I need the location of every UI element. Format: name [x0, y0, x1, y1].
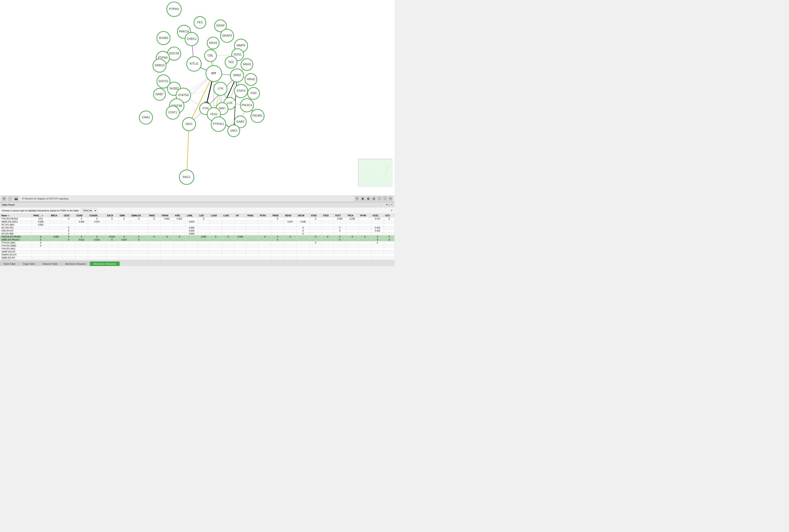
col-skcm[interactable]: SKCM: [297, 214, 309, 217]
table-row[interactable]: FYN (FI) VAV1: [0, 247, 394, 250]
row-cell-pcpg: [259, 232, 271, 235]
table-row[interactable]: KIT (FI) VAV10.002: [0, 223, 394, 226]
row-cell-lusc: [222, 221, 234, 223]
tab-edge-table[interactable]: Edge Table: [19, 262, 39, 266]
checkbox2-button[interactable]: ☐: [382, 196, 387, 201]
cancer-select[interactable]: PANCAN BRCA LUAD: [81, 209, 97, 212]
select2-button[interactable]: ▦: [366, 196, 371, 201]
row-cell-read: 0.537: [284, 221, 297, 223]
tab-node-table[interactable]: Node Table: [0, 262, 19, 266]
row-cell-pcpg: [259, 221, 271, 223]
row-cell-tgct: [334, 232, 346, 235]
row-cell-read: [284, 232, 297, 235]
svg-text:GRB7: GRB7: [155, 92, 164, 96]
svg-text:GAB2: GAB2: [236, 120, 244, 123]
col-thym[interactable]: THYM: [359, 214, 371, 217]
row-cell-hnsc: [148, 256, 160, 259]
col-read[interactable]: READ: [284, 214, 297, 217]
table-row[interactable]: FYN (FI) PIK3CA0.0100000000.0010.0210000…: [0, 217, 394, 221]
row-cell-gbmlgg: [130, 232, 148, 235]
settings-button[interactable]: ⚙: [388, 196, 393, 201]
svg-point-129: [390, 167, 390, 167]
row-cell-stes: [322, 247, 334, 250]
col-name[interactable]: Name ▾: [0, 214, 32, 217]
row-cell-brca: [50, 232, 62, 235]
row-cell-gbmlgg: [130, 256, 148, 259]
close-panel-icon[interactable]: ✕: [391, 203, 393, 206]
col-lgg[interactable]: LGG: [198, 214, 209, 217]
row-cell-pcpg: [259, 250, 271, 253]
row-cell-kipan: [160, 250, 174, 253]
row-cell-lgg: [198, 253, 209, 256]
col-brca[interactable]: BRCA: [50, 214, 62, 217]
select1-button[interactable]: ▣: [360, 196, 365, 201]
col-thca[interactable]: THCA: [346, 214, 358, 217]
table-row[interactable]: GRB2 (FI) PIK3CA000.0120.01500.03700000: [0, 239, 394, 241]
col-laml[interactable]: LAML: [185, 214, 198, 217]
restore-icon[interactable]: □: [389, 204, 390, 206]
col-stad[interactable]: STAD: [309, 214, 322, 217]
row-cell-cesc: 0: [62, 217, 75, 221]
col-paad[interactable]: PAAD: [246, 214, 258, 217]
col-stes[interactable]: STES: [322, 214, 334, 217]
tab-network-table[interactable]: Network Table: [39, 262, 61, 266]
table-row[interactable]: FYN (FI) GRB20: [0, 244, 394, 247]
table-row[interactable]: KIT (FI) TEC00.009000.422: [0, 226, 394, 229]
col-coad[interactable]: COAD: [75, 214, 88, 217]
col-cesc[interactable]: CESC: [62, 214, 75, 217]
col-lusc[interactable]: LUSC: [222, 214, 234, 217]
refresh-button[interactable]: ↺: [8, 196, 13, 201]
cancer-bar: Choose a cancer type to highlight intera…: [0, 207, 394, 214]
col-prad[interactable]: PRAD: [271, 214, 284, 217]
col-luad[interactable]: LUAD: [210, 214, 222, 217]
col-coadr[interactable]: COADR...: [88, 214, 106, 217]
row-cell-stes: [322, 244, 334, 247]
tab-mechismo-interaction[interactable]: Mechismo Interaction: [90, 262, 120, 266]
grid-button[interactable]: ⊞: [2, 196, 6, 201]
row-cell-gbmlgg: [130, 250, 148, 253]
table-row[interactable]: PIK3CA (FI) PIK3R100.0090000.016000000.0…: [0, 235, 394, 239]
camera-button[interactable]: 📷: [14, 196, 18, 201]
table-row[interactable]: GRB2 (FI) KIT: [0, 256, 394, 259]
col-tgct[interactable]: TGCT: [334, 214, 346, 217]
row-name: GRB2 (FI) PIK3CA: [0, 239, 32, 241]
row-cell-thca: [346, 239, 358, 241]
col-kirc[interactable]: KIRC: [174, 214, 185, 217]
dropdown-icon[interactable]: ▾: [387, 203, 388, 206]
col-panc[interactable]: PANC... ▾: [32, 214, 50, 217]
tab-mechismo-reaction[interactable]: Mechismo Reaction: [62, 262, 90, 266]
row-cell-thca: [346, 256, 358, 259]
table-row[interactable]: NRAS (FI) SOS10.0080.3530.3720.6290.5370…: [0, 221, 394, 223]
table-row[interactable]: FYN (FI) JAK2000: [0, 241, 394, 244]
row-name: FYN (FI) VAV1: [0, 247, 32, 250]
table-row[interactable]: GRAP2 (FI) KIT: [0, 253, 394, 256]
export-button[interactable]: ⬆: [355, 196, 359, 201]
col-pcpg[interactable]: PCPG: [259, 214, 271, 217]
select3-button[interactable]: ▧: [371, 196, 376, 201]
row-cell-prad: [271, 256, 284, 259]
row-cell-coad: [75, 244, 88, 247]
row-cell-thym: [359, 223, 371, 226]
mini-map[interactable]: [358, 159, 392, 187]
row-cell-thym: [359, 250, 371, 253]
table-row[interactable]: KIT (FI) SRC00.0090: [0, 232, 394, 235]
col-ov[interactable]: OV: [234, 214, 246, 217]
table-row[interactable]: FER (FI) KIT00.009000.422: [0, 229, 394, 232]
row-cell-luad: [210, 217, 222, 221]
col-hnsc[interactable]: HNSC: [148, 214, 160, 217]
row-cell-pcpg: [259, 256, 271, 259]
network-area: PTPRU FES GRAP PRKCA GRAP2 SH2B3 CHEK1: [0, 0, 394, 195]
row-cell-read: 0: [284, 235, 297, 239]
col-gbm[interactable]: GBM: [118, 214, 130, 217]
row-cell-kirc: [174, 244, 185, 247]
col-ucec[interactable]: UCEC: [371, 214, 384, 217]
col-esca[interactable]: ESCA: [106, 214, 118, 217]
checkbox1-button[interactable]: ☐: [377, 196, 382, 201]
col-kipan[interactable]: KIPAN: [160, 214, 174, 217]
col-gbmlgg[interactable]: GBMLGG: [130, 214, 148, 217]
cancer-bar-close[interactable]: ✕: [391, 209, 393, 212]
row-cell-prad: [271, 247, 284, 250]
table-row[interactable]: GRAP (FI) KIT: [0, 250, 394, 253]
col-ucs[interactable]: UCS: [384, 214, 394, 217]
data-table-container[interactable]: Name ▾ PANC... ▾ BRCA CESC COAD COADR...…: [0, 214, 394, 260]
